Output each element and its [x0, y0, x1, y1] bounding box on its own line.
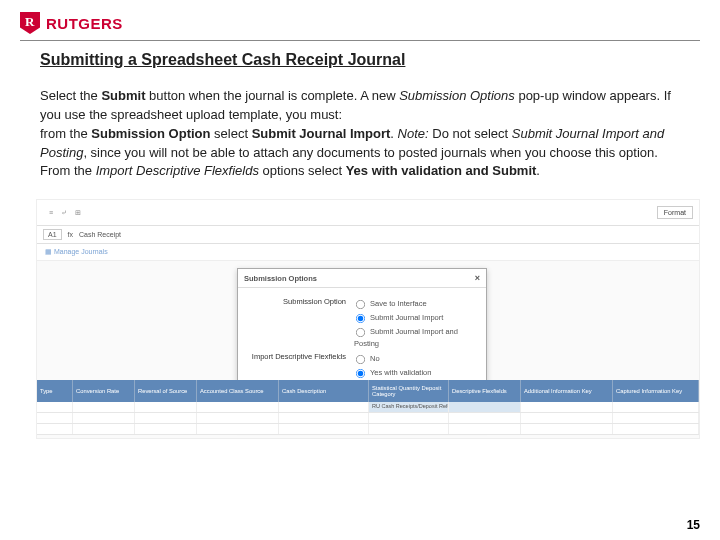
header-divider [20, 40, 700, 41]
instruction-text: Select the Submit button when the journa… [40, 87, 680, 181]
column-headers: Type Conversion Rate Reversal of Source … [37, 380, 699, 402]
merge-icon: ⊞ [75, 209, 81, 217]
fx-content: Cash Receipt [79, 231, 121, 238]
table-row[interactable] [37, 413, 699, 424]
cell-reference[interactable]: A1 [43, 229, 62, 240]
excel-ribbon: ≡ ⤶ ⊞ Format [37, 200, 699, 226]
align-icon: ≡ [49, 209, 53, 217]
dialog-title: Submission Options [244, 274, 317, 283]
opt-submit-import-posting[interactable]: Submit Journal Import and Posting [354, 326, 478, 348]
formula-bar: A1 fx Cash Receipt [37, 226, 699, 244]
spreadsheet-grid: Type Conversion Rate Reversal of Source … [37, 380, 699, 438]
fx-icon: fx [68, 231, 73, 238]
rutgers-shield-icon [20, 12, 40, 34]
flexfields-label: Import Descriptive Flexfields [246, 352, 346, 361]
submission-option-label: Submission Option [246, 297, 346, 306]
opt-save-interface[interactable]: Save to Interface [354, 298, 478, 311]
spreadsheet-screenshot: ≡ ⤶ ⊞ Format A1 fx Cash Receipt ▦ Manage… [36, 199, 700, 439]
table-row[interactable] [37, 424, 699, 435]
flex-no[interactable]: No [354, 353, 478, 366]
page-number: 15 [687, 518, 700, 532]
link-bar[interactable]: ▦ Manage Journals [37, 244, 699, 261]
page-title: Submitting a Spreadsheet Cash Receipt Jo… [40, 51, 680, 69]
brand-text: RUTGERS [46, 15, 123, 32]
format-button[interactable]: Format [657, 206, 693, 219]
flex-yes-validation[interactable]: Yes with validation [354, 367, 478, 380]
table-row[interactable]: RU Cash Receipts/Deposit Reference [37, 402, 699, 413]
opt-submit-import[interactable]: Submit Journal Import [354, 312, 478, 325]
close-icon[interactable]: × [475, 273, 480, 283]
brand-header: RUTGERS [0, 0, 720, 34]
wrap-icon: ⤶ [61, 209, 67, 217]
